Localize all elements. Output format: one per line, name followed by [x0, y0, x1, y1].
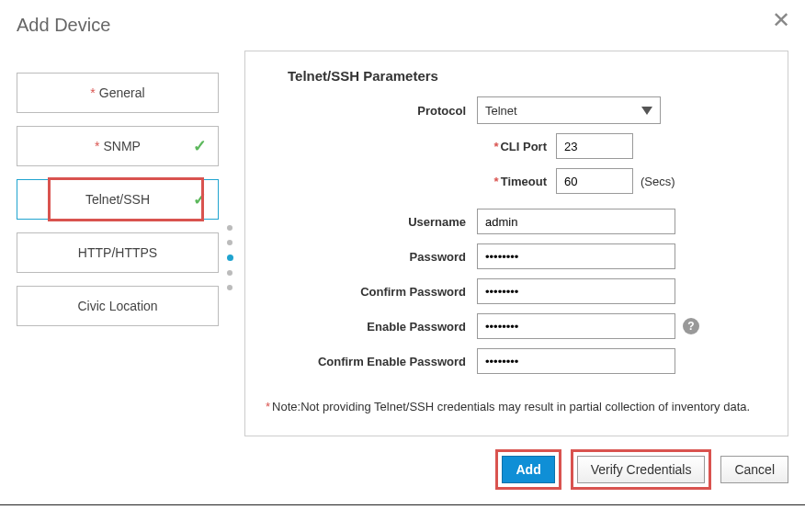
password-input[interactable]: [477, 243, 675, 269]
password-label: Password: [266, 250, 477, 264]
protocol-value: Telnet: [485, 104, 517, 118]
nav-item-telnet-ssh[interactable]: Telnet/SSH ✓: [17, 179, 219, 220]
nav-item-snmp[interactable]: * SNMP ✓: [17, 126, 219, 166]
help-icon[interactable]: ?: [683, 318, 699, 334]
note-text: *Note:Not providing Telnet/SSH credentia…: [266, 400, 767, 413]
nav-label: General: [99, 85, 145, 100]
protocol-select[interactable]: Telnet: [477, 96, 661, 124]
confirm-password-input[interactable]: [477, 278, 675, 304]
dialog-footer: Add Verify Credentials Cancel: [17, 449, 788, 490]
protocol-label: Protocol: [266, 104, 477, 118]
username-label: Username: [266, 215, 477, 229]
confirm-enable-password-input[interactable]: [477, 348, 675, 374]
step-dot: [227, 285, 232, 290]
nav-label: SNMP: [104, 139, 141, 153]
enable-password-input[interactable]: [477, 313, 675, 339]
step-dots: [219, 51, 241, 290]
cli-port-label: *CLI Port: [477, 140, 556, 153]
chevron-down-icon: [641, 107, 652, 115]
timeout-input[interactable]: [556, 168, 633, 194]
highlight-frame: Verify Credentials: [571, 449, 712, 490]
close-icon[interactable]: ✕: [772, 9, 790, 31]
step-dot: [227, 225, 232, 231]
add-device-dialog: ✕ Add Device * General * SNMP ✓ Telnet/S…: [0, 0, 805, 505]
step-dot-active: [227, 255, 233, 261]
step-dot: [227, 240, 232, 245]
nav-label: Civic Location: [77, 299, 157, 313]
wizard-nav: * General * SNMP ✓ Telnet/SSH ✓ HTTP/HTT…: [17, 51, 219, 339]
nav-label: Telnet/SSH: [85, 192, 150, 207]
required-marker: *: [95, 139, 99, 153]
nav-item-http-https[interactable]: HTTP/HTTPS: [17, 232, 219, 273]
panel-title: Telnet/SSH Parameters: [288, 68, 767, 84]
required-marker: *: [90, 85, 95, 100]
highlight-frame: Add: [495, 449, 561, 490]
telnet-ssh-panel: Telnet/SSH Parameters Protocol Telnet *C…: [244, 51, 788, 436]
verify-credentials-button[interactable]: Verify Credentials: [577, 456, 706, 483]
enable-password-label: Enable Password: [266, 320, 477, 334]
nav-label: HTTP/HTTPS: [78, 245, 157, 260]
confirm-enable-password-label: Confirm Enable Password: [266, 355, 477, 368]
nav-item-general[interactable]: * General: [17, 73, 219, 113]
cancel-button[interactable]: Cancel: [720, 456, 788, 483]
dialog-title: Add Device: [17, 15, 788, 36]
step-dot: [227, 270, 232, 276]
username-input[interactable]: [477, 209, 675, 234]
check-icon: ✓: [193, 189, 207, 209]
confirm-password-label: Confirm Password: [266, 285, 477, 299]
timeout-unit: (Secs): [641, 175, 675, 188]
nav-item-civic-location[interactable]: Civic Location: [17, 286, 219, 326]
cli-port-input[interactable]: [556, 133, 633, 159]
add-button[interactable]: Add: [502, 456, 554, 483]
timeout-label: *Timeout: [477, 175, 556, 188]
check-icon: ✓: [193, 136, 207, 156]
